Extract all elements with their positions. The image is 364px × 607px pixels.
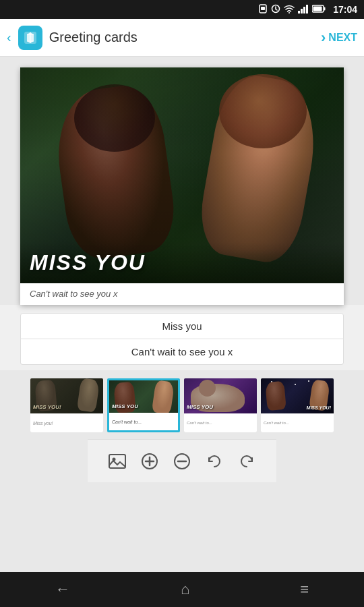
headline-input[interactable] <box>20 313 344 339</box>
thumbnails-section: Miss you! Miss you! MISS YOU Can't wait … <box>0 370 364 439</box>
card-text-overlay: MISS YOU <box>20 242 344 283</box>
thumb-4-image: Miss you! <box>261 378 334 413</box>
thumb-3-image: MISS YOU <box>184 378 257 413</box>
card-white-strip: Can't wait to see you x <box>20 283 344 305</box>
thumb-2-subtext: Can't wait to... <box>112 420 142 424</box>
subtext-input[interactable] <box>20 339 344 365</box>
svg-rect-1 <box>261 7 265 10</box>
remove-button[interactable] <box>166 445 198 478</box>
thumb-1-image: Miss you! <box>30 378 103 413</box>
svg-rect-7 <box>301 9 303 13</box>
top-bar-left: ‹ Greeting cards <box>7 26 321 50</box>
signal-icon <box>298 4 309 16</box>
back-button[interactable]: ‹ <box>7 30 11 45</box>
battery-icon <box>312 5 326 15</box>
thumb-3-footer: Can't wait to... <box>184 413 257 432</box>
thumb-4-footer: Can't wait to... <box>261 413 334 432</box>
bottom-toolbar <box>88 439 276 482</box>
add-button[interactable] <box>133 445 166 478</box>
thumb-4-subtext: Can't wait to... <box>264 421 289 425</box>
svg-line-4 <box>276 9 277 10</box>
status-time: 17:04 <box>333 4 357 15</box>
svg-rect-6 <box>298 11 300 13</box>
wifi-icon <box>284 4 295 16</box>
template-thumb-1[interactable]: Miss you! Miss you! <box>30 378 103 432</box>
card-headline: MISS YOU <box>30 250 334 275</box>
card-preview[interactable]: MISS YOU Can't wait to see you x <box>20 67 344 305</box>
home-nav-button[interactable]: ⌂ <box>167 574 203 605</box>
nav-bar: ← ⌂ ≡ <box>0 572 364 607</box>
next-chevron-icon: › <box>321 29 326 47</box>
menu-nav-button[interactable]: ≡ <box>286 574 322 605</box>
thumb-2-label: MISS YOU <box>112 403 138 409</box>
svg-rect-9 <box>306 5 308 13</box>
next-button[interactable]: › NEXT <box>321 29 357 47</box>
thumb-3-subtext: Can't wait to... <box>187 421 212 425</box>
card-image: MISS YOU <box>20 67 344 283</box>
thumb-1-label: Miss you! <box>33 404 61 410</box>
next-label: NEXT <box>328 32 357 44</box>
template-thumb-3[interactable]: MISS YOU Can't wait to... <box>184 378 257 432</box>
svg-point-5 <box>289 12 290 13</box>
template-thumb-2[interactable]: MISS YOU Can't wait to... <box>107 378 180 432</box>
thumb-4-label: Miss you! <box>307 405 331 410</box>
template-thumb-4[interactable]: Miss you! Can't wait to... <box>261 378 334 432</box>
rotate-button[interactable] <box>198 445 231 478</box>
status-icons: 17:04 <box>258 4 357 16</box>
back-nav-button[interactable]: ← <box>42 574 84 605</box>
main-content: MISS YOU Can't wait to see you x Miss yo… <box>0 57 364 572</box>
app-icon <box>18 26 42 50</box>
top-bar: ‹ Greeting cards › NEXT <box>0 19 364 57</box>
page-title: Greeting cards <box>49 30 138 45</box>
thumb-1-footer: Miss you! <box>30 413 103 432</box>
card-subtext: Can't wait to see you x <box>30 289 117 299</box>
svg-rect-14 <box>109 455 125 468</box>
svg-rect-11 <box>324 7 326 10</box>
thumb-2-image: MISS YOU <box>109 380 178 413</box>
thumb-3-label: MISS YOU <box>187 404 213 410</box>
undo-button[interactable] <box>231 445 263 478</box>
thumb-1-subtext: Miss you! <box>33 421 53 426</box>
thumb-2-footer: Can't wait to... <box>109 413 178 430</box>
status-bar: 17:04 <box>0 0 364 19</box>
sim-icon <box>258 4 268 16</box>
svg-rect-12 <box>313 6 322 11</box>
image-button[interactable] <box>101 445 133 478</box>
svg-rect-8 <box>303 7 305 13</box>
input-section <box>0 305 364 370</box>
clock-icon <box>271 4 280 16</box>
